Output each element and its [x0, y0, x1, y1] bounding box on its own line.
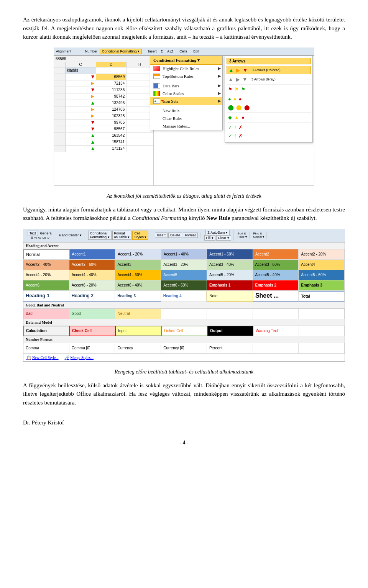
- row-99785: 99785: [54, 120, 153, 126]
- cell-empty1: [96, 67, 127, 74]
- delete-btn[interactable]: Delete: [168, 233, 182, 238]
- cell-102325-icon: [66, 113, 96, 119]
- style-accent6[interactable]: Accent6: [23, 280, 69, 290]
- style-accent5-20[interactable]: Accent5 - 20%: [207, 270, 253, 280]
- iconrow-3arrows-colored[interactable]: ▲ ▶ ▼ 3 Arrows (Colored): [227, 66, 311, 74]
- style-accent3-20[interactable]: Accent3 - 20%: [161, 260, 207, 270]
- cell-styles-btn[interactable]: CellStyles ▾: [132, 231, 148, 240]
- style-heading3[interactable]: Heading 3: [115, 291, 161, 301]
- iconrow-3symbols-circled[interactable]: ✓ ! ✗: [227, 124, 311, 131]
- style-accent1-20[interactable]: Accent1 - 20%: [115, 249, 161, 259]
- style-neutral[interactable]: Neutral: [115, 309, 161, 319]
- autosum-btn[interactable]: Σ AutoSum ▾: [205, 230, 230, 235]
- style-input[interactable]: Input: [115, 326, 161, 336]
- fill-btn[interactable]: Fill ▾: [204, 235, 215, 241]
- style-accent1-60[interactable]: Accent1 - 60%: [207, 249, 253, 259]
- cell-102325: 102325: [96, 113, 127, 119]
- iconsets-sep2: [227, 94, 311, 94]
- style-check-cell[interactable]: Check Cell: [69, 326, 115, 336]
- iconrow-3arrows-gray[interactable]: ▲ ▶ ▼ 3 Arrows (Gray): [227, 75, 311, 83]
- style-accent2-60[interactable]: Accent2 - 60%: [69, 260, 115, 270]
- style-accent5-60[interactable]: Accent5 - 60%: [299, 270, 345, 280]
- style-accent6-40[interactable]: Accent6 - 40%: [115, 280, 161, 290]
- new-cell-style-link[interactable]: 📋 New Cell Style...: [26, 355, 59, 360]
- format-btn[interactable]: Format: [183, 233, 198, 238]
- data-model-header: Data and Model: [23, 319, 345, 326]
- style-accent3-60[interactable]: Accent3 - 60%: [253, 260, 299, 270]
- style-total[interactable]: Total: [299, 291, 345, 301]
- cf-databars[interactable]: Data Bars ▶: [150, 82, 222, 90]
- figure2-container: Text General ⊞ % ‰ .00 .0 e and Center ▾…: [23, 229, 345, 362]
- style-warning[interactable]: Warning Text: [253, 326, 299, 336]
- style-normal[interactable]: Normal: [23, 249, 70, 259]
- format-table-btn[interactable]: Formatas Table ▾: [112, 231, 132, 240]
- style-accent4[interactable]: Accent4: [299, 260, 345, 270]
- cf-managerules[interactable]: Manage Rules...: [150, 122, 222, 130]
- cf-newrule[interactable]: New Rule...: [150, 107, 222, 115]
- good-bad-header: Good, Bad and Neutral: [23, 302, 345, 309]
- merge-styles-link[interactable]: 🔗 Merge Styles...: [65, 355, 94, 360]
- style-accent6-20[interactable]: Accent6 - 20%: [69, 280, 115, 290]
- cf-menu-header: Conditional Formatting ▾: [150, 56, 222, 65]
- iconrow-3flags[interactable]: ⚑ ⚑ ⚑: [227, 86, 311, 93]
- cf-colorscales[interactable]: Color Scales ▶: [150, 90, 222, 97]
- style-emphasis2[interactable]: Emphasis 2: [253, 280, 299, 290]
- style-accent2-40[interactable]: Accent2 - 40%: [23, 260, 69, 270]
- row-72134: 72134: [54, 80, 153, 87]
- insert-btn[interactable]: Insert: [155, 233, 168, 238]
- cf-topbottom[interactable]: Top/Bottom Rules ▶: [150, 72, 222, 80]
- style-emphasis1[interactable]: Emphasis 1: [207, 280, 253, 290]
- managerules-icon: [153, 123, 160, 129]
- style-currency0[interactable]: Currency [0]: [161, 343, 207, 353]
- style-emphasis3[interactable]: Emphasis 3: [299, 280, 345, 290]
- style-output[interactable]: Output: [207, 326, 253, 336]
- style-accent3-40[interactable]: Accent3 - 40%: [207, 260, 253, 270]
- conditional-formatting-btn[interactable]: Conditional Formatting ▾: [100, 49, 142, 54]
- row-111236: 111236: [54, 87, 153, 93]
- iconrow-3traffic-unrimmed[interactable]: ● ● ●: [227, 95, 311, 103]
- iconrow-3symbols[interactable]: ✓ ! ✗: [227, 132, 311, 139]
- style-good[interactable]: Good: [69, 309, 115, 319]
- bottom-links: 📋 New Cell Style... 🔗 Merge Styles...: [23, 354, 345, 361]
- style-accent5-40[interactable]: Accent5 - 40%: [253, 270, 299, 280]
- style-heading4[interactable]: Heading 4: [161, 291, 207, 301]
- cond-format-btn[interactable]: ConditionalFormatting ▾: [88, 231, 112, 240]
- style-accent4-60[interactable]: Accent4 - 60%: [115, 270, 161, 280]
- style-accent4-20[interactable]: Accent4 - 20%: [23, 270, 69, 280]
- style-accent1[interactable]: Accent1: [70, 249, 116, 259]
- cell-kiadás: kiadás: [66, 67, 96, 74]
- cf-sep1: [150, 81, 222, 81]
- cf-highlight-cells[interactable]: Highlight Cells Rules ▶: [150, 65, 222, 72]
- col-h-header: H: [127, 62, 153, 67]
- cell-98567-icon: [66, 126, 96, 132]
- insert-label: Insert: [148, 49, 157, 53]
- style-accent4-40[interactable]: Accent4 - 40%: [69, 270, 115, 280]
- text-btn[interactable]: Text: [28, 231, 38, 236]
- cf-clearrules[interactable]: Clear Rules: [150, 115, 222, 122]
- style-accent1-40[interactable]: Accent1 - 40%: [161, 249, 207, 259]
- iconrow-3traffic-rimmed[interactable]: ⬤ ⬤ ⬤: [227, 104, 311, 111]
- style-accent5[interactable]: Accent5: [161, 270, 207, 280]
- style-accent3[interactable]: Accent3: [115, 260, 161, 270]
- style-currency[interactable]: Currency: [115, 343, 161, 353]
- style-heading1[interactable]: Heading 1: [23, 291, 69, 301]
- style-accent2-20[interactable]: Accent2 - 20%: [299, 249, 345, 259]
- style-accent6-60[interactable]: Accent6 - 60%: [161, 280, 207, 290]
- style-percent[interactable]: Percent: [207, 343, 253, 353]
- colorscales-icon: [153, 91, 160, 96]
- general-label: General: [40, 231, 53, 235]
- alignment-label: Alignment: [56, 49, 71, 53]
- cf-iconsets[interactable]: ▲ → ▼ Icon Sets ▶: [150, 97, 222, 105]
- style-calculation[interactable]: Calculation: [23, 326, 69, 336]
- style-comma[interactable]: Comma: [23, 343, 69, 353]
- row-num: [54, 74, 66, 80]
- style-comma0[interactable]: Comma [0]: [69, 343, 115, 353]
- style-linked-cell[interactable]: Linked Cell: [161, 326, 207, 336]
- style-sheet[interactable]: Sheet ...: [253, 291, 299, 301]
- clear-btn[interactable]: Clear ▾: [216, 235, 231, 241]
- iconrow-3signs[interactable]: ◆ ▲ ●: [227, 114, 311, 121]
- style-heading2[interactable]: Heading 2: [69, 291, 115, 301]
- style-bad[interactable]: Bad: [23, 309, 69, 319]
- style-accent2[interactable]: Accent2: [253, 249, 299, 259]
- style-note[interactable]: Note: [207, 291, 253, 301]
